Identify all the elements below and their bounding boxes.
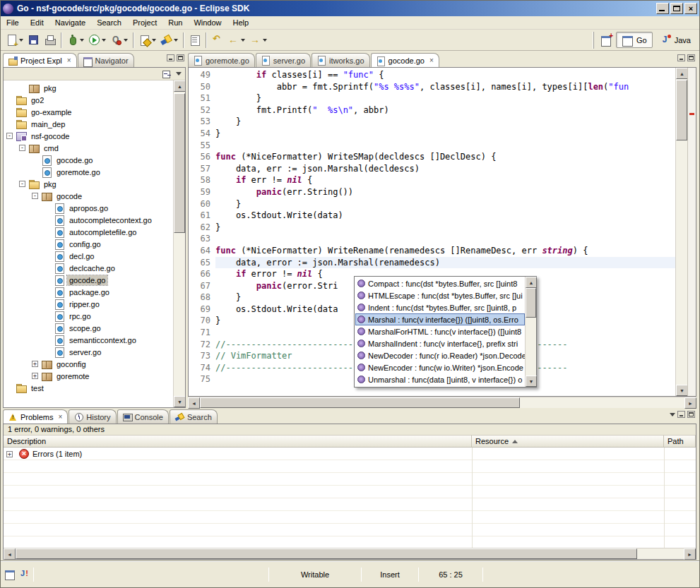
collapse-icon[interactable]: - <box>19 145 25 151</box>
tree-item-apropos-go[interactable]: apropos.go <box>4 202 173 214</box>
menu-run[interactable]: Run <box>162 16 188 30</box>
dropdown-arrow-icon[interactable] <box>19 39 23 42</box>
scroll-down-icon[interactable]: ▼ <box>526 376 537 387</box>
tab-server-go[interactable]: server.go <box>256 53 311 67</box>
open-task-button[interactable] <box>186 32 203 49</box>
title-bar[interactable]: Go - nsf-gocode/src/pkg/gocode/gocode.go… <box>1 1 699 16</box>
editor-hscroll-thumb[interactable] <box>200 397 520 408</box>
tab-gocode-go[interactable]: gocode.go× <box>371 53 439 68</box>
menu-file[interactable]: File <box>1 16 25 30</box>
expand-icon[interactable]: + <box>6 451 13 457</box>
tab-navigator[interactable]: Navigator <box>78 53 134 67</box>
scroll-right-icon[interactable]: ► <box>684 548 696 560</box>
dropdown-arrow-icon[interactable] <box>241 39 245 42</box>
tree-item-autocompletefile-go[interactable]: autocompletefile.go <box>4 226 173 238</box>
tree-item-go2[interactable]: go2 <box>4 94 173 106</box>
open-perspective-button[interactable] <box>598 32 615 49</box>
menu-search[interactable]: Search <box>91 16 127 30</box>
completion-item-htmlescape[interactable]: HTMLEscape : func(dst *bytes.Buffer, src… <box>355 289 525 301</box>
tree-item-pkg[interactable]: pkg <box>4 82 173 94</box>
view-menu-icon[interactable] <box>670 413 675 416</box>
tree-item-semanticcontext-go[interactable]: semanticcontext.go <box>4 334 173 346</box>
code-line-51[interactable]: } <box>215 92 675 104</box>
tree-item-autocompletecontext-go[interactable]: autocompletecontext.go <box>4 214 173 226</box>
completion-item-newencoder[interactable]: NewEncoder : func(w io.Writer) *json.Enc… <box>355 361 525 373</box>
tree-item-go-example[interactable]: go-example <box>4 106 173 118</box>
close-icon[interactable]: × <box>67 57 71 64</box>
scroll-left-icon[interactable]: ◄ <box>4 548 16 560</box>
problems-hscroll-track[interactable] <box>16 548 684 559</box>
external-tools-button[interactable] <box>108 32 130 49</box>
code-line-55[interactable] <box>215 140 675 152</box>
close-button[interactable]: × <box>684 3 697 14</box>
editor-vscroll-track[interactable] <box>676 79 687 385</box>
code-line-61[interactable]: os.Stdout.Write(data) <box>215 210 675 222</box>
completion-item-marshalindent[interactable]: MarshalIndent : func(v interface{}, pref… <box>355 337 525 349</box>
tree-item-test[interactable]: test <box>4 382 173 394</box>
column-header-resource[interactable]: Resource <box>472 436 664 447</box>
maximize-editor-icon[interactable] <box>687 54 695 61</box>
new-wizard-button[interactable] <box>4 32 25 49</box>
java-status-icon[interactable] <box>18 569 30 580</box>
code-line-56[interactable]: func (*NiceFormatter) WriteSMap(decldesc… <box>215 151 675 163</box>
minimize-view-icon[interactable] <box>167 54 174 61</box>
tree-item-cmd[interactable]: -cmd <box>4 142 173 154</box>
code-line-60[interactable]: } <box>215 198 675 210</box>
collapse-all-icon[interactable] <box>162 70 172 78</box>
tab-problems[interactable]: Problems× <box>3 409 68 424</box>
tab-itworks-go[interactable]: itworks.go <box>312 53 370 67</box>
tree-item-config-go[interactable]: config.go <box>4 238 173 250</box>
last-edit-location-button[interactable] <box>209 32 225 49</box>
editor-hscrollbar[interactable]: ◄ ► <box>188 397 696 408</box>
tab-console[interactable]: Console <box>117 409 169 424</box>
error-marker[interactable] <box>689 113 694 115</box>
problems-hscrollbar[interactable]: ◄ ► <box>4 548 696 559</box>
completion-item-unmarshal[interactable]: Unmarshal : func(data []uint8, v interfa… <box>355 373 525 385</box>
scroll-up-icon[interactable]: ▲ <box>676 68 688 79</box>
maximize-button[interactable] <box>670 3 683 14</box>
code-line-49[interactable]: if classes[i] == "func" { <box>215 69 675 81</box>
collapse-icon[interactable]: - <box>6 133 13 139</box>
dropdown-arrow-icon[interactable] <box>263 39 267 42</box>
collapse-icon[interactable]: - <box>32 193 38 199</box>
forward-button[interactable] <box>247 32 269 49</box>
completion-item-compact[interactable]: Compact : func(dst *bytes.Buffer, src []… <box>355 277 525 289</box>
popup-scroll-thumb[interactable] <box>526 288 536 318</box>
tree-item-server-go[interactable]: server.go <box>4 346 173 358</box>
perspective-go[interactable]: Go <box>616 32 653 48</box>
code-line-58[interactable]: if err != nil { <box>215 174 675 186</box>
tree-scroll-thumb[interactable] <box>174 93 185 233</box>
minimize-view-icon[interactable] <box>677 411 685 418</box>
popup-scrollbar[interactable]: ▲ ▼ <box>525 277 536 387</box>
editor-vscrollbar[interactable]: ▲ ▼ <box>675 68 687 396</box>
code-line-50[interactable]: abbr = fmt.Sprintf("%s %s%s", classes[i]… <box>215 81 675 93</box>
tree-item-scope-go[interactable]: scope.go <box>4 322 173 334</box>
collapse-icon[interactable]: - <box>19 181 25 187</box>
run-button[interactable] <box>86 32 108 49</box>
expand-icon[interactable]: + <box>32 373 38 379</box>
dropdown-arrow-icon[interactable] <box>152 39 156 42</box>
scroll-left-icon[interactable]: ◄ <box>188 397 200 409</box>
code-line-57[interactable]: data, err := json.Marshal(decldescs) <box>215 163 675 175</box>
code-line-62[interactable]: } <box>215 222 675 234</box>
scroll-up-icon[interactable]: ▲ <box>526 277 537 288</box>
search-button[interactable] <box>158 32 180 49</box>
editor-hscroll-track[interactable] <box>200 397 684 408</box>
completion-item-marshalforhtml[interactable]: MarshalForHTML : func(v interface{}) ([]… <box>355 325 525 337</box>
tree-item-goremote-go[interactable]: goremote.go <box>4 166 173 178</box>
perspective-java[interactable]: Java <box>654 32 696 48</box>
maximize-view-icon[interactable] <box>687 411 695 418</box>
code-line-53[interactable]: } <box>215 116 675 128</box>
tree-item-ripper-go[interactable]: ripper.go <box>4 298 173 310</box>
menu-edit[interactable]: Edit <box>25 16 49 30</box>
back-button[interactable] <box>225 32 247 49</box>
tab-goremote-go[interactable]: goremote.go <box>188 53 255 67</box>
tree-item-package-go[interactable]: package.go <box>4 286 173 298</box>
completion-item-newdecoder[interactable]: NewDecoder : func(r io.Reader) *json.Dec… <box>355 349 525 361</box>
dropdown-arrow-icon[interactable] <box>102 39 106 42</box>
menu-window[interactable]: Window <box>188 16 227 30</box>
scroll-down-icon[interactable]: ▼ <box>174 396 185 407</box>
scroll-right-icon[interactable]: ► <box>684 397 696 409</box>
tree-scrollbar[interactable]: ▲ ▼ <box>173 80 185 407</box>
view-menu-icon[interactable] <box>176 72 182 76</box>
